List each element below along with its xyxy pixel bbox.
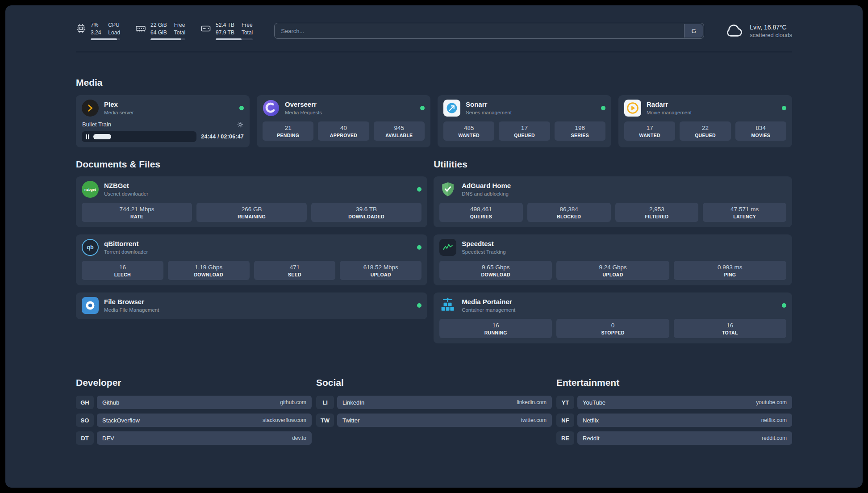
stat-label: UPLOAD bbox=[558, 272, 667, 277]
stat-value: 744.21 Mbps bbox=[83, 206, 190, 213]
bookmark-name: Github bbox=[102, 399, 119, 406]
bookmark-name: DEV bbox=[102, 435, 114, 442]
plex-icon bbox=[82, 100, 99, 117]
status-dot bbox=[417, 187, 421, 192]
bookmark-github[interactable]: GH Github github.com bbox=[76, 396, 312, 409]
app-card-overseerr[interactable]: Overseerr Media Requests 21 PENDING 40 A… bbox=[257, 95, 430, 147]
cpu-icon bbox=[76, 23, 86, 33]
stat-tile: 945 AVAILABLE bbox=[374, 121, 425, 141]
bookmark-abbr: YT bbox=[556, 396, 574, 409]
app-title: Overseerr bbox=[285, 100, 322, 109]
status-dot bbox=[782, 106, 786, 110]
app-card-qbittorrent[interactable]: qb qBittorrent Torrent downloader 16 LEE… bbox=[76, 234, 427, 285]
stat-value: 47.571 ms bbox=[705, 206, 785, 213]
settings-gear-icon[interactable] bbox=[237, 121, 243, 128]
pause-icon[interactable] bbox=[86, 134, 89, 139]
weather-widget[interactable]: Lviv, 16.87°C scattered clouds bbox=[724, 21, 792, 40]
stat-value: 945 bbox=[376, 125, 423, 131]
app-card-adguard[interactable]: AdGuard Home DNS and adblocking 498,461 … bbox=[434, 176, 792, 227]
disk-meter bbox=[216, 38, 253, 40]
search-bar: G bbox=[274, 23, 704, 39]
playback-time: 24:44 / 02:06:47 bbox=[201, 134, 244, 140]
stat-tile: 618.52 Mbps UPLOAD bbox=[340, 261, 421, 280]
stat-value: 471 bbox=[256, 264, 334, 271]
disk-usage-widget: 52.4 TB 97.9 TB Free Total bbox=[200, 22, 253, 40]
search-engine-button[interactable]: G bbox=[684, 24, 703, 38]
stat-label: PENDING bbox=[264, 133, 312, 138]
stat-tile: 0 STOPPED bbox=[556, 319, 669, 338]
stat-tile: 2,953 FILTERED bbox=[615, 203, 699, 222]
bookmark-name: Reddit bbox=[583, 435, 600, 442]
app-subtitle: Movie management bbox=[647, 110, 692, 116]
bookmark-youtube[interactable]: YT YouTube youtube.com bbox=[556, 396, 792, 409]
section-bookmarks: Developer GH Github github.com SO StackO… bbox=[76, 377, 792, 445]
app-card-speedtest[interactable]: Speedtest Speedtest Tracking 9.65 Gbps D… bbox=[434, 234, 792, 285]
cpu-usage-label: CPU bbox=[108, 22, 120, 29]
stat-tile: 16 TOTAL bbox=[674, 319, 786, 338]
stat-tile: 16 RUNNING bbox=[439, 319, 552, 338]
topbar: 7% 3.24 CPU Load bbox=[76, 21, 792, 40]
app-card-plex[interactable]: Plex Media server Bullet Train bbox=[76, 95, 250, 147]
stat-label: UPLOAD bbox=[342, 272, 420, 277]
section-documents: Documents & Files nzbget NZBGet Usenet d… bbox=[76, 159, 427, 319]
bookmark-url: youtube.com bbox=[756, 399, 787, 405]
section-title-developer: Developer bbox=[76, 377, 312, 388]
status-dot bbox=[601, 106, 605, 110]
stat-value: 86,384 bbox=[529, 206, 609, 213]
stat-value: 0 bbox=[558, 322, 667, 329]
portainer-icon bbox=[439, 297, 456, 314]
stat-tile: 0.993 ms PING bbox=[674, 261, 786, 280]
playback-progress-bar[interactable] bbox=[82, 131, 196, 142]
bookmark-reddit[interactable]: RE Reddit reddit.com bbox=[556, 431, 792, 445]
section-title-media: Media bbox=[76, 77, 792, 88]
bookmark-url: stackoverflow.com bbox=[263, 417, 306, 423]
stat-label: RATE bbox=[83, 214, 190, 219]
stat-label: SERIES bbox=[556, 133, 604, 138]
qbittorrent-icon: qb bbox=[82, 239, 99, 256]
stat-label: RUNNING bbox=[441, 330, 550, 335]
bookmark-netflix[interactable]: NF Netflix netflix.com bbox=[556, 414, 792, 427]
app-card-portainer[interactable]: Media Portainer Container management 16 … bbox=[434, 292, 792, 343]
app-card-filebrowser[interactable]: File Browser Media File Management bbox=[76, 292, 427, 319]
stat-tile: 9.65 Gbps DOWNLOAD bbox=[439, 261, 552, 280]
app-card-nzbget[interactable]: nzbget NZBGet Usenet downloader 744.21 M… bbox=[76, 176, 427, 227]
status-dot bbox=[417, 303, 421, 308]
stat-tile: 266 GB REMAINING bbox=[196, 203, 307, 222]
stat-label: DOWNLOAD bbox=[170, 272, 248, 277]
stat-label: WANTED bbox=[626, 133, 673, 138]
app-title: NZBGet bbox=[104, 182, 148, 190]
app-subtitle: Media Requests bbox=[285, 110, 322, 116]
bookmark-twitter[interactable]: TW Twitter twitter.com bbox=[316, 414, 552, 427]
bookmark-dev[interactable]: DT DEV dev.to bbox=[76, 431, 312, 445]
overseerr-icon bbox=[263, 100, 280, 117]
stat-label: TOTAL bbox=[676, 330, 785, 335]
memory-meter bbox=[150, 38, 185, 40]
search-input[interactable] bbox=[275, 24, 684, 38]
app-card-radarr[interactable]: Radarr Movie management 17 WANTED 22 QUE… bbox=[618, 95, 792, 147]
stat-value: 39.6 TB bbox=[313, 206, 420, 213]
stat-value: 40 bbox=[320, 125, 367, 131]
stat-label: LEECH bbox=[83, 272, 162, 277]
stat-value: 17 bbox=[626, 125, 673, 131]
sonarr-icon bbox=[443, 100, 460, 117]
bookmark-name: Twitter bbox=[342, 417, 359, 424]
section-title-documents: Documents & Files bbox=[76, 159, 427, 170]
stat-tile: 40 APPROVED bbox=[318, 121, 369, 141]
stat-tile: 17 WANTED bbox=[624, 121, 675, 141]
bookmark-url: reddit.com bbox=[762, 435, 787, 441]
disk-total-label: Total bbox=[242, 29, 253, 36]
stat-value: 834 bbox=[737, 125, 785, 131]
memory-total-value: 64 GiB bbox=[150, 29, 167, 36]
app-card-sonarr[interactable]: Sonarr Series management 485 WANTED 17 Q… bbox=[438, 95, 611, 147]
bookmark-url: twitter.com bbox=[521, 417, 547, 423]
stat-tile: 196 SERIES bbox=[555, 121, 605, 141]
bookmark-abbr: GH bbox=[76, 396, 94, 409]
stat-label: DOWNLOADED bbox=[313, 214, 420, 219]
weather-condition: scattered clouds bbox=[750, 32, 792, 38]
app-title: Speedtest bbox=[462, 240, 505, 248]
bookmark-linkedin[interactable]: LI LinkedIn linkedin.com bbox=[316, 396, 552, 409]
app-title: Radarr bbox=[647, 100, 692, 109]
stat-tile: 86,384 BLOCKED bbox=[527, 203, 611, 222]
bookmark-stackoverflow[interactable]: SO StackOverflow stackoverflow.com bbox=[76, 414, 312, 427]
speedtest-icon bbox=[439, 239, 456, 256]
